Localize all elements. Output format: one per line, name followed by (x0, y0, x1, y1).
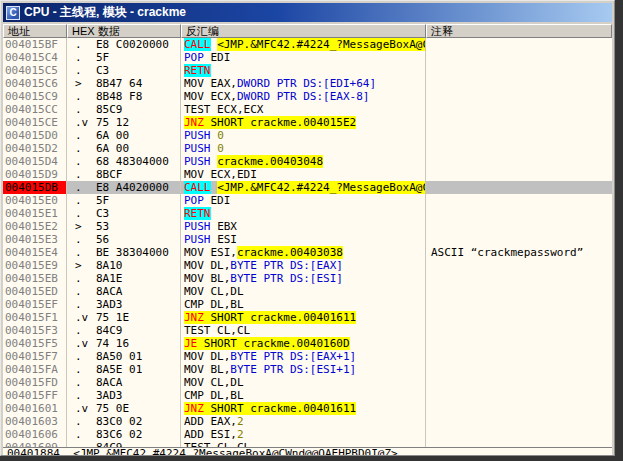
disasm-row[interactable]: 004015C9.8B48 F8MOV ECX,DWORD PTR DS:[EA… (3, 90, 612, 103)
analysis-marker: > (67, 220, 96, 233)
analysis-marker: . (67, 324, 96, 337)
disasm-row[interactable]: 004015E3.56PUSH ESI (3, 233, 612, 246)
disassembly-cell: PUSH 0 (181, 142, 426, 155)
disasm-row[interactable]: 004015BF.E8 C0020000CALL <JMP.&MFC42.#42… (3, 38, 612, 51)
disasm-row[interactable]: 004015FA.8A5E 01MOV BL,BYTE PTR DS:[ESI+… (3, 363, 612, 376)
comment-cell: ASCII “crackmepassword” (426, 246, 612, 259)
analysis-marker: . (67, 389, 96, 402)
comment-cell (426, 337, 612, 350)
disasm-row[interactable]: 004015FF.3AD3CMP DL,BL (3, 389, 612, 402)
column-header-3: 注释 (426, 24, 612, 38)
address-cell: 00401609 (3, 441, 67, 447)
address-cell: 004015FD (3, 376, 67, 389)
hex-bytes-cell: .8A5E 01 (67, 363, 181, 376)
disassembly-cell: PUSH ESI (181, 233, 426, 246)
disassembly-cell: MOV DL,BYTE PTR DS:[EAX+1] (181, 350, 426, 363)
cpu-window-icon[interactable]: C (6, 6, 20, 20)
comment-cell (426, 38, 612, 51)
address-cell: 004015FF (3, 389, 67, 402)
disasm-row[interactable]: 004015F3.84C9TEST CL,CL (3, 324, 612, 337)
comment-cell (426, 103, 612, 116)
disasm-row[interactable]: 004015F1.v75 1EJNZ SHORT crackme.0040161… (3, 311, 612, 324)
comment-cell (426, 194, 612, 207)
disasm-row[interactable]: 004015E2>53PUSH EBX (3, 220, 612, 233)
disassembly-cell: MOV EAX,DWORD PTR DS:[EDI+64] (181, 77, 426, 90)
hex-bytes-cell: .3AD3 (67, 298, 181, 311)
disasm-row[interactable]: 004015C5.C3RETN (3, 64, 612, 77)
disasm-row[interactable]: 004015F5.v74 16JE SHORT crackme.0040160D (3, 337, 612, 350)
analysis-marker: . (67, 207, 96, 220)
disasm-row[interactable]: 004015ED.8ACAMOV CL,DL (3, 285, 612, 298)
address-cell: 004015D0 (3, 129, 67, 142)
comment-cell (426, 311, 612, 324)
address-cell: 004015C6 (3, 77, 67, 90)
comment-cell (426, 441, 612, 447)
disassembly-cell: MOV CL,DL (181, 376, 426, 389)
hex-bytes-cell: .8ACA (67, 285, 181, 298)
disasm-row[interactable]: 004015D9.8BCFMOV ECX,EDI (3, 168, 612, 181)
analysis-marker: . (67, 246, 96, 259)
disasm-row[interactable]: 004015FD.8ACAMOV CL,DL (3, 376, 612, 389)
disasm-row[interactable]: 004015DB.E8 A4020000CALL <JMP.&MFC42.#42… (3, 181, 612, 194)
disassembly-cell: CMP DL,BL (181, 298, 426, 311)
disassembly-cell: RETN (181, 207, 426, 220)
address-cell: 004015C4 (3, 51, 67, 64)
disassembly-cell: CALL <JMP.&MFC42.#4224_?MessageBoxA@CWnd (181, 181, 426, 194)
address-cell: 004015DB (3, 181, 67, 194)
info-pane: 00401884 <JMP.&MFC42.#4224_?MessageBoxA@… (3, 447, 612, 455)
comment-cell (426, 272, 612, 285)
analysis-marker: . (67, 181, 96, 194)
disasm-row[interactable]: 00401601.v75 0EJNZ SHORT crackme.0040161… (3, 402, 612, 415)
disassembly-cell: ADD ESI,2 (181, 428, 426, 441)
disassembly-cell: CMP DL,BL (181, 389, 426, 402)
analysis-marker: . (67, 129, 96, 142)
disassembly-cell: RETN (181, 64, 426, 77)
disasm-row[interactable]: 004015D0.6A 00PUSH 0 (3, 129, 612, 142)
hex-bytes-cell: .8BCF (67, 168, 181, 181)
address-cell: 004015C9 (3, 90, 67, 103)
hex-bytes-cell: .8ACA (67, 376, 181, 389)
hex-bytes-cell: .BE 38304000 (67, 246, 181, 259)
disasm-row[interactable]: 004015EF.3AD3CMP DL,BL (3, 298, 612, 311)
disasm-row[interactable]: 004015EB.8A1EMOV BL,BYTE PTR DS:[ESI] (3, 272, 612, 285)
disasm-row[interactable]: 00401609.84C9TEST CL,CL (3, 441, 612, 447)
comment-cell (426, 142, 612, 155)
analysis-marker: . (67, 51, 96, 64)
disasm-row[interactable]: 004015CC.85C9TEST ECX,ECX (3, 103, 612, 116)
analysis-marker: . (67, 168, 96, 181)
disassembly-cell: MOV BL,BYTE PTR DS:[ESI] (181, 272, 426, 285)
disasm-row[interactable]: 00401606.83C6 02ADD ESI,2 (3, 428, 612, 441)
hex-bytes-cell: .83C0 02 (67, 415, 181, 428)
disassembly-table[interactable]: 004015BF.E8 C0020000CALL <JMP.&MFC42.#42… (3, 38, 612, 447)
disasm-row[interactable]: 004015E9>8A10MOV DL,BYTE PTR DS:[EAX] (3, 259, 612, 272)
comment-cell (426, 259, 612, 272)
comment-cell (426, 285, 612, 298)
disasm-row[interactable]: 004015E1.C3RETN (3, 207, 612, 220)
hex-bytes-cell: .v75 0E (67, 402, 181, 415)
disasm-row[interactable]: 004015E0.5FPOP EDI (3, 194, 612, 207)
hex-bytes-cell: .C3 (67, 64, 181, 77)
disasm-row[interactable]: 004015C6>8B47 64MOV EAX,DWORD PTR DS:[ED… (3, 77, 612, 90)
disasm-row[interactable]: 004015E4.BE 38304000MOV ESI,crackme.0040… (3, 246, 612, 259)
disasm-row[interactable]: 004015CE.v75 12JNZ SHORT crackme.004015E… (3, 116, 612, 129)
analysis-marker: . (67, 363, 96, 376)
disassembly-cell: TEST CL,CL (181, 324, 426, 337)
column-header-2: 反汇编 (181, 24, 426, 38)
comment-cell (426, 350, 612, 363)
analysis-marker: > (67, 77, 96, 90)
address-cell: 004015E9 (3, 259, 67, 272)
address-cell: 004015BF (3, 38, 67, 51)
disasm-row[interactable]: 00401603.83C0 02ADD EAX,2 (3, 415, 612, 428)
disasm-row[interactable]: 004015C4.5FPOP EDI (3, 51, 612, 64)
info-pane-text: 00401884 <JMP.&MFC42.#4224_?MessageBoxA@… (3, 448, 612, 455)
disasm-row[interactable]: 004015F7.8A50 01MOV DL,BYTE PTR DS:[EAX+… (3, 350, 612, 363)
hex-bytes-cell: .5F (67, 51, 181, 64)
title-bar[interactable]: C CPU - 主线程, 模块 - crackme (3, 3, 612, 22)
hex-bytes-cell: .83C6 02 (67, 428, 181, 441)
disassembly-cell: PUSH crackme.00403048 (181, 155, 426, 168)
disasm-row[interactable]: 004015D4.68 48304000PUSH crackme.0040304… (3, 155, 612, 168)
comment-cell (426, 376, 612, 389)
comment-cell (426, 363, 612, 376)
hex-bytes-cell: .8A50 01 (67, 350, 181, 363)
disasm-row[interactable]: 004015D2.6A 00PUSH 0 (3, 142, 612, 155)
